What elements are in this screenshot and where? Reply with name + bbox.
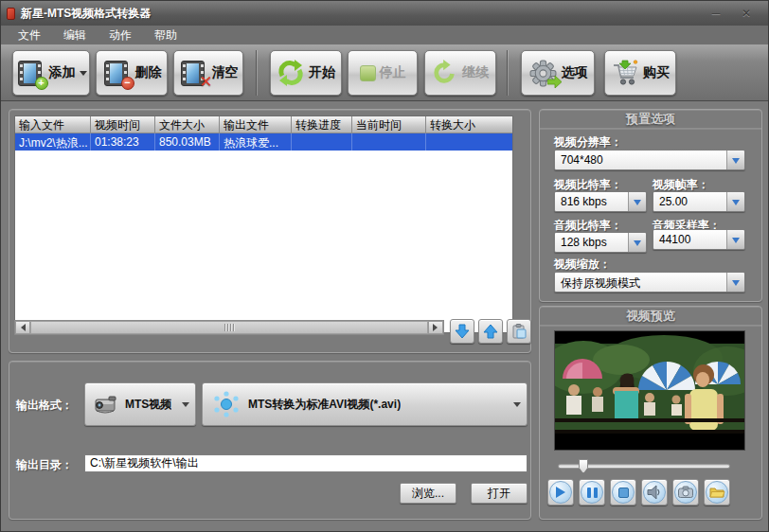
scale-dropdown[interactable]: 保持原视频模式: [554, 272, 745, 293]
video-preview-image: [555, 331, 744, 450]
dropdown-button[interactable]: [726, 230, 744, 249]
col-converted-size[interactable]: 转换大小: [426, 116, 512, 133]
scroll-left-button[interactable]: [15, 321, 30, 334]
arrow-up-icon: [483, 324, 498, 339]
speaker-icon: [646, 484, 663, 501]
start-button[interactable]: 开始: [270, 50, 342, 96]
mute-button[interactable]: [641, 479, 668, 505]
dropdown-caret-icon: [182, 402, 189, 411]
dropdown-button[interactable]: [726, 192, 744, 211]
table-row[interactable]: J:\mv2\热浪... 01:38:23 850.03MB 热浪球爱...: [15, 133, 512, 151]
chevron-down-icon: [732, 280, 740, 290]
window-title: 新星-MTS视频格式转换器: [21, 6, 151, 22]
preset-group-title: 预置选项: [540, 110, 761, 129]
open-button[interactable]: 打开: [471, 483, 528, 504]
toolbar-separator: [507, 50, 508, 96]
add-button[interactable]: + 添加: [12, 50, 90, 96]
folder-icon: [708, 484, 725, 501]
dropdown-button[interactable]: [726, 273, 744, 292]
col-file-size[interactable]: 文件大小: [155, 116, 220, 133]
scrollbar-thumb[interactable]: [30, 321, 428, 334]
dropdown-button[interactable]: [628, 192, 646, 211]
stop-square-icon: [360, 65, 376, 81]
open-folder-button[interactable]: [704, 479, 730, 505]
options-button[interactable]: 选项: [521, 50, 595, 96]
toolbar: + 添加 − 删除 ✕ 清空: [1, 44, 769, 101]
move-down-button[interactable]: [450, 319, 474, 344]
chevron-down-icon: [732, 200, 740, 209]
stop-playback-button[interactable]: [610, 479, 636, 505]
app-window: 新星-MTS视频格式转换器 ─ ✕ 文件 编辑 动作 帮助 + 添加 −: [0, 0, 769, 532]
dropdown-button[interactable]: [628, 233, 646, 252]
menu-bar: 文件 编辑 动作 帮助: [1, 26, 769, 44]
menu-action[interactable]: 动作: [98, 26, 143, 44]
format-dropdown[interactable]: MTS视频: [84, 382, 196, 426]
framerate-dropdown[interactable]: 25.00: [653, 191, 745, 212]
resume-button[interactable]: 继续: [424, 50, 496, 96]
col-progress[interactable]: 转换进度: [292, 116, 352, 133]
buy-button[interactable]: 购买: [604, 50, 676, 96]
scroll-right-icon: [433, 324, 441, 331]
stop-icon: [618, 488, 629, 498]
snapshot-button[interactable]: [672, 479, 699, 505]
output-format-label: 输出格式：: [16, 398, 73, 414]
paste-list-button[interactable]: [507, 319, 531, 344]
chevron-down-icon: [732, 238, 740, 247]
preview-seek-slider[interactable]: [558, 459, 730, 473]
table-header: 输入文件 视频时间 文件大小 输出文件 转换进度 当前时间 转换大小: [15, 116, 512, 133]
slider-thumb[interactable]: [579, 459, 588, 473]
sample-rate-dropdown[interactable]: 44100: [653, 229, 745, 250]
film-clear-icon: ✕: [179, 59, 208, 88]
col-current-time[interactable]: 当前时间: [352, 116, 426, 133]
dropdown-button[interactable]: [726, 151, 744, 169]
gear-icon: [528, 59, 558, 88]
toolbar-separator: [256, 50, 257, 96]
chevron-down-icon: [634, 200, 641, 209]
chevron-down-icon: [634, 240, 641, 250]
resolution-dropdown[interactable]: 704*480: [554, 150, 745, 170]
audio-bitrate-dropdown[interactable]: 128 kbps: [554, 232, 647, 253]
menu-file[interactable]: 文件: [7, 26, 52, 44]
clear-button[interactable]: ✕ 清空: [173, 50, 243, 96]
delete-button[interactable]: − 删除: [96, 50, 168, 96]
video-preview[interactable]: [554, 330, 745, 451]
camcorder-icon: [93, 394, 119, 415]
resume-arrow-icon: [432, 60, 458, 86]
camera-icon: [677, 484, 694, 501]
dropdown-caret-icon: [513, 402, 521, 411]
preview-group-title: 视频预览: [540, 307, 761, 326]
clipboard-icon: [511, 324, 527, 339]
browse-button[interactable]: 浏览...: [400, 483, 456, 504]
film-remove-icon: −: [102, 59, 132, 88]
video-bitrate-dropdown[interactable]: 816 kbps: [554, 191, 647, 212]
profile-dropdown[interactable]: MTS转换为标准AVI视频(*.avi): [202, 382, 528, 426]
col-input-file[interactable]: 输入文件: [15, 116, 91, 133]
col-output-file[interactable]: 输出文件: [220, 116, 292, 133]
move-up-button[interactable]: [478, 319, 503, 344]
table-empty-area: [15, 151, 512, 332]
menu-edit[interactable]: 编辑: [52, 26, 98, 44]
add-dropdown-caret-icon: [80, 71, 87, 80]
app-icon: [7, 8, 15, 20]
shopping-cart-icon: [611, 60, 639, 86]
start-arrows-icon: [277, 59, 305, 87]
minimize-button[interactable]: ─: [706, 6, 726, 21]
resolution-label: 视频分辨率：: [554, 134, 622, 151]
close-button[interactable]: ✕: [736, 6, 757, 21]
scale-label: 视频缩放：: [554, 257, 611, 273]
molecule-icon: [210, 388, 242, 420]
title-bar: 新星-MTS视频格式转换器 ─ ✕: [1, 1, 769, 26]
stop-button[interactable]: 停止: [348, 50, 418, 96]
play-button[interactable]: [547, 479, 574, 505]
play-icon: [556, 487, 571, 498]
col-video-time[interactable]: 视频时间: [91, 116, 155, 133]
output-dir-label: 输出目录：: [16, 457, 73, 473]
green-arrow-icon: [547, 76, 562, 88]
pause-button[interactable]: [579, 479, 605, 505]
chevron-down-icon: [732, 158, 740, 168]
scroll-right-button[interactable]: [428, 321, 443, 334]
horizontal-scrollbar[interactable]: [14, 320, 444, 335]
menu-help[interactable]: 帮助: [143, 26, 188, 44]
pause-icon: [587, 488, 598, 498]
output-dir-input[interactable]: [84, 454, 528, 472]
